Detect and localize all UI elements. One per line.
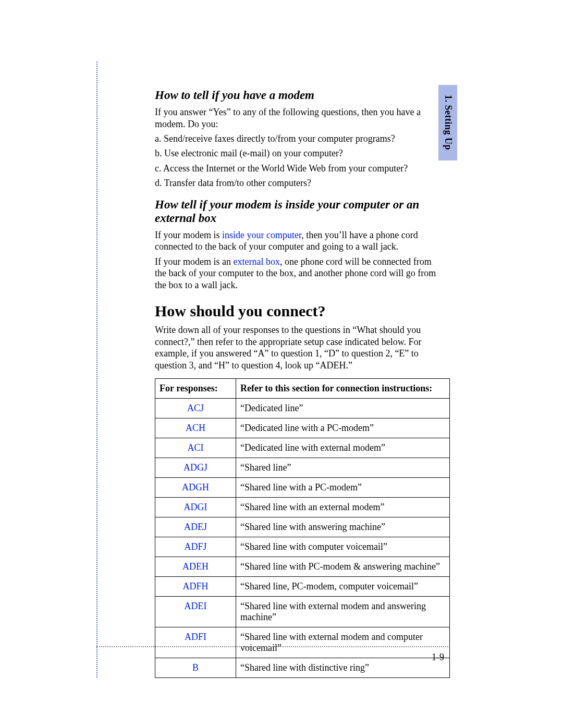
response-description: “Shared line with distinctive ring” [236,658,450,678]
response-code-link[interactable]: ADGH [155,478,236,498]
response-description: “Shared line with answering machine” [236,517,450,537]
response-code-link[interactable]: ADEJ [155,517,236,537]
response-description: “Shared line” [236,458,450,478]
section1-intro: If you answer “Yes” to any of the follow… [155,106,439,130]
response-code-link[interactable]: ACH [155,418,236,438]
response-description: “Dedicated line” [236,399,450,418]
section1-item-b: b. Use electronic mail (e-mail) on your … [155,147,439,159]
table-row: ADGI“Shared line with an external modem” [155,498,450,517]
chapter-tab-label: 1. Setting Up [443,95,454,150]
table-row: ADGH“Shared line with a PC-modem” [155,478,450,498]
response-description: “Dedicated line with a PC-modem” [236,418,450,438]
table-header-instructions: Refer to this section for connection ins… [236,379,450,399]
section1-item-d: d. Transfer data from/to other computers… [155,177,439,189]
table-row: ACI“Dedicated line with external modem” [155,438,450,458]
section2-p1a: If your modem is [155,230,222,240]
response-description: “Shared line with an external modem” [236,498,450,517]
table-row: ADEH“Shared line with PC-modem & answeri… [155,557,450,577]
responses-table-container: For responses: Refer to this section for… [155,378,450,678]
chapter-tab: 1. Setting Up [438,85,457,161]
response-code-link[interactable]: ACI [155,438,236,458]
response-description: “Dedicated line with external modem” [236,438,450,458]
section-heading-inside-external: How tell if your modem is inside your co… [155,198,439,225]
section3-intro: Write down all of your responses to the … [155,324,439,371]
table-row: ACJ“Dedicated line” [155,399,450,418]
response-description: “Shared line with external modem and com… [236,627,450,658]
response-description: “Shared line with external modem and ans… [236,597,450,627]
link-external-box[interactable]: external box [233,256,279,267]
table-row: ADEI“Shared line with external modem and… [155,597,450,627]
response-code-link[interactable]: ADEH [155,557,236,577]
response-code-link[interactable]: ADEI [155,597,236,627]
section1-item-a: a. Send/receive faxes directly to/from y… [155,133,439,145]
section-heading-modem: How to tell if you have a modem [155,89,439,102]
response-code-link[interactable]: ADFI [155,627,236,658]
section2-p2a: If your modem is an [155,256,233,267]
table-row: B“Shared line with distinctive ring” [155,658,450,678]
response-code-link[interactable]: ADFJ [155,537,236,557]
table-row: ADFH“Shared line, PC-modem, computer voi… [155,577,450,597]
main-content: How to tell if you have a modem If you a… [155,89,439,678]
table-row: ADEJ“Shared line with answering machine” [155,517,450,537]
response-code-link[interactable]: ACJ [155,399,236,418]
vertical-dotted-border [96,61,97,677]
page-number: 1-9 [432,652,444,663]
horizontal-dotted-border [96,646,448,647]
table-row: ADGJ“Shared line” [155,458,450,478]
response-description: “Shared line with computer voicemail” [236,537,450,557]
response-description: “Shared line with a PC-modem” [236,478,450,498]
table-header-responses: For responses: [155,379,236,399]
response-code-link[interactable]: ADGJ [155,458,236,478]
table-row: ADFJ“Shared line with computer voicemail… [155,537,450,557]
response-code-link[interactable]: B [155,658,236,678]
section2-p2: If your modem is an external box, one ph… [155,256,439,291]
link-inside-computer[interactable]: inside your computer [222,230,301,240]
responses-table: For responses: Refer to this section for… [155,378,450,678]
section1-item-c: c. Access the Internet or the World Wide… [155,163,439,175]
response-description: “Shared line with PC-modem & answering m… [236,557,450,577]
table-row: ACH“Dedicated line with a PC-modem” [155,418,450,438]
section2-p1: If your modem is inside your computer, t… [155,229,439,253]
main-heading-connect: How should you connect? [155,302,439,320]
response-code-link[interactable]: ADFH [155,577,236,597]
response-code-link[interactable]: ADGI [155,498,236,517]
table-row: ADFI“Shared line with external modem and… [155,627,450,658]
response-description: “Shared line, PC-modem, computer voicema… [236,577,450,597]
